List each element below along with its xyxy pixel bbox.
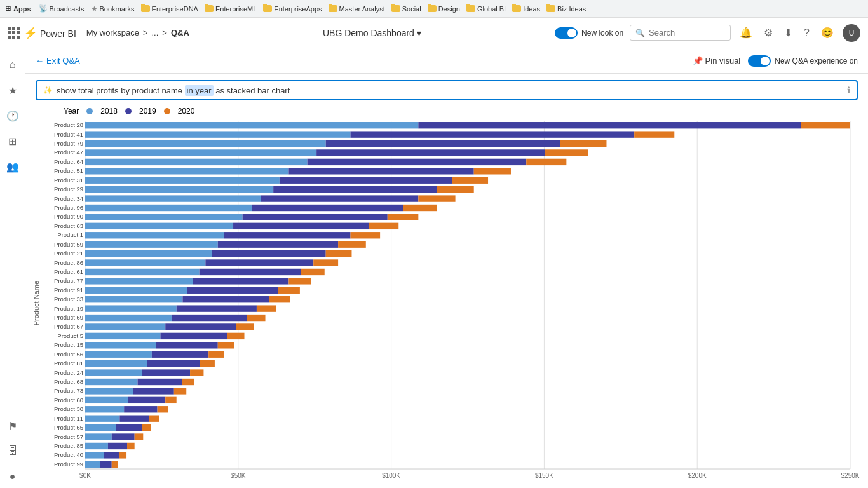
apps-button[interactable]: ⊞ Apps <box>5 4 31 13</box>
globalbi-bookmark[interactable]: Global BI <box>466 5 506 13</box>
svg-rect-90 <box>269 296 290 302</box>
svg-rect-72 <box>85 259 205 266</box>
design-bookmark[interactable]: Design <box>428 5 460 13</box>
svg-rect-96 <box>85 315 172 321</box>
svg-rect-48 <box>85 205 252 211</box>
svg-rect-26 <box>545 149 588 156</box>
svg-rect-28 <box>85 159 308 165</box>
svg-text:Product 56: Product 56 <box>54 351 83 358</box>
svg-text:Product 86: Product 86 <box>54 259 83 266</box>
bookmarks-item[interactable]: ★ Bookmarks <box>91 4 135 13</box>
svg-rect-129 <box>133 388 174 394</box>
broadcasts-item[interactable]: 📡 Broadcasts <box>39 4 85 13</box>
svg-rect-17 <box>351 131 635 137</box>
svg-rect-49 <box>252 205 403 211</box>
svg-rect-78 <box>301 269 325 275</box>
masteranalyst-bookmark[interactable]: Master Analyst <box>329 5 385 13</box>
sidebar-apps[interactable]: ⊞ <box>1 130 24 152</box>
breadcrumb-ellipsis[interactable]: ... <box>151 28 158 37</box>
search-box[interactable]: 🔍 <box>630 25 731 41</box>
legend-label-2018: 2018 <box>100 107 118 116</box>
exit-qa-button[interactable]: ← Exit Q&A <box>36 56 80 65</box>
svg-rect-97 <box>172 315 247 321</box>
svg-text:Product 59: Product 59 <box>54 241 83 248</box>
svg-rect-84 <box>85 287 187 294</box>
svg-text:Product 15: Product 15 <box>54 341 83 348</box>
new-look-toggle-switch[interactable] <box>555 27 578 39</box>
chart-area: Product Name $0K$50K$100K$150K$200K$250K… <box>25 118 868 488</box>
chevron-down-icon[interactable]: ▾ <box>417 28 421 38</box>
enterprisedna-bookmark[interactable]: EnterpriseDNA <box>141 5 198 13</box>
svg-rect-108 <box>85 342 156 348</box>
download-icon[interactable]: ⬇ <box>782 24 795 41</box>
svg-rect-22 <box>560 140 607 147</box>
legend-label-2020: 2020 <box>178 107 195 116</box>
avatar[interactable]: U <box>843 24 860 42</box>
svg-rect-120 <box>85 369 142 376</box>
feedback-icon[interactable]: 😊 <box>818 24 836 41</box>
svg-rect-102 <box>236 323 254 330</box>
legend-dot-2019 <box>125 108 132 114</box>
search-input[interactable] <box>649 28 725 37</box>
svg-text:Product 34: Product 34 <box>54 195 83 202</box>
svg-text:Product 77: Product 77 <box>54 277 83 284</box>
sidebar-home[interactable]: ⌂ <box>1 53 24 76</box>
svg-rect-41 <box>273 186 437 193</box>
svg-text:Product 73: Product 73 <box>54 387 83 394</box>
sidebar-learn[interactable]: ⚑ <box>1 414 24 437</box>
svg-rect-20 <box>85 140 326 147</box>
svg-rect-70 <box>326 250 352 257</box>
sidebar-favorites[interactable]: ★ <box>1 79 24 102</box>
workspace-link[interactable]: My workspace <box>86 28 139 37</box>
svg-text:Product 90: Product 90 <box>54 213 83 220</box>
svg-rect-142 <box>149 415 159 421</box>
sidebar-workspace[interactable]: 🗄 <box>1 440 24 463</box>
svg-rect-12 <box>85 122 418 128</box>
sidebar-profile[interactable]: ● <box>1 465 24 488</box>
svg-rect-50 <box>403 205 437 211</box>
svg-rect-45 <box>261 195 419 201</box>
svg-rect-146 <box>142 424 151 431</box>
new-look-toggle[interactable]: New look on <box>555 27 623 39</box>
enterpriseml-bookmark[interactable]: EnterpriseML <box>205 5 257 13</box>
pin-visual-button[interactable]: 📌 Pin visual <box>693 56 741 65</box>
svg-rect-138 <box>158 406 168 412</box>
enterpriseapps-bookmark[interactable]: EnterpriseApps <box>263 5 322 13</box>
qa-input-box[interactable]: ✨ show total profits by product name in … <box>36 80 858 100</box>
new-qa-toggle-switch[interactable] <box>748 55 771 67</box>
new-qa-label: New Q&A experience on <box>775 57 858 65</box>
svg-rect-53 <box>243 214 388 220</box>
svg-rect-73 <box>205 259 313 266</box>
sidebar-recents[interactable]: 🕐 <box>1 104 24 127</box>
gear-icon[interactable]: ⚙ <box>761 24 775 41</box>
svg-rect-134 <box>165 397 176 403</box>
svg-text:$100K: $100K <box>382 472 400 479</box>
svg-text:Product 61: Product 61 <box>54 268 83 275</box>
bizideas-bookmark[interactable]: Biz Ideas <box>546 5 586 13</box>
sidebar-shared[interactable]: 👥 <box>1 155 24 178</box>
svg-text:Product 81: Product 81 <box>54 360 83 367</box>
content-area: ← Exit Q&A 📌 Pin visual New Q&A experien… <box>25 48 868 488</box>
social-bookmark[interactable]: Social <box>391 5 421 13</box>
svg-rect-60 <box>85 232 224 238</box>
ideas-bookmark[interactable]: Ideas <box>512 5 540 13</box>
svg-rect-116 <box>85 360 147 367</box>
app-launcher-icon[interactable] <box>8 27 20 39</box>
legend-area: Year 2018 2019 2020 <box>25 104 868 118</box>
help-icon[interactable]: ? <box>801 25 812 41</box>
svg-rect-124 <box>85 379 138 385</box>
new-qa-toggle[interactable]: New Q&A experience on <box>748 55 858 67</box>
folder-icon <box>263 5 272 12</box>
svg-rect-160 <box>85 461 100 468</box>
svg-text:Product 65: Product 65 <box>54 424 83 431</box>
qa-info-icon[interactable]: ℹ <box>847 85 850 95</box>
exit-qa-label: Exit Q&A <box>46 56 80 65</box>
svg-rect-32 <box>85 168 288 174</box>
breadcrumb: My workspace > ... > Q&A <box>86 28 189 37</box>
notification-icon[interactable]: 🔔 <box>737 24 755 41</box>
legend-year-label: Year <box>64 107 79 116</box>
svg-text:Product 69: Product 69 <box>54 314 83 321</box>
folder-icon <box>512 5 521 12</box>
svg-text:Product 33: Product 33 <box>54 295 83 302</box>
svg-rect-69 <box>212 250 326 257</box>
